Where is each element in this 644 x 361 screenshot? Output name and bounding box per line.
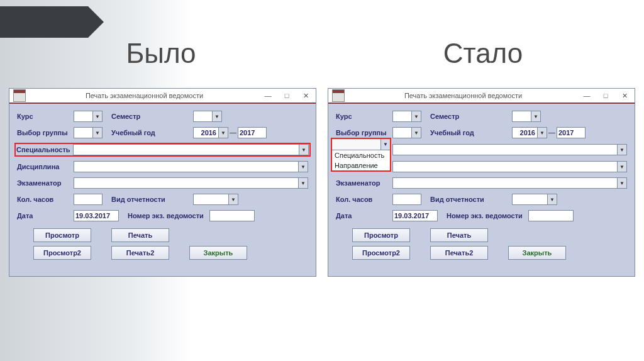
label-vid-otchetnosti: Вид отчетности	[111, 196, 193, 203]
label-vid-otchetnosti: Вид отчетности	[430, 196, 512, 203]
label-ekzamenator: Экзаменатор	[336, 179, 392, 187]
combo-semestr[interactable]: ▼	[512, 111, 541, 122]
combo-semestr[interactable]: ▼	[193, 111, 222, 122]
chevron-down-icon: ▼	[411, 128, 421, 138]
combo-spetsialnost[interactable]: ▼	[392, 144, 627, 155]
label-kurs: Курс	[17, 113, 74, 120]
app-icon	[13, 89, 26, 102]
headings: Было Стало	[0, 38, 644, 69]
label-data: Дата	[17, 212, 74, 219]
label-kurs: Курс	[336, 113, 392, 120]
titlebar: Печать экзаменационной ведомости — □ ✕	[328, 89, 635, 104]
button-pechat2[interactable]: Печать2	[430, 246, 488, 260]
input-data[interactable]: 19.03.2017	[74, 210, 119, 221]
combo-vid-otchetnosti[interactable]: ▼	[193, 194, 238, 205]
label-nomer-vedomosti: Номер экз. ведомости	[447, 212, 528, 219]
minimize-button[interactable]: —	[259, 90, 277, 101]
dropdown-item-spetsialnost[interactable]: Специальность	[332, 150, 390, 160]
button-pechat2[interactable]: Печать2	[111, 246, 169, 260]
dropdown-item-napravlenie[interactable]: Направление	[332, 160, 390, 170]
label-vybor-gruppy: Выбор группы	[336, 129, 392, 136]
label-data: Дата	[336, 212, 392, 219]
slide-accent-arrow	[0, 6, 88, 38]
window-title: Печать экзаменационной ведомости	[30, 92, 259, 99]
chevron-down-icon: ▼	[218, 128, 228, 138]
input-nomer-vedomosti[interactable]	[528, 210, 574, 221]
chevron-down-icon: ▼	[537, 128, 547, 138]
dash: —	[548, 129, 555, 136]
maximize-button[interactable]: □	[597, 90, 614, 101]
button-pechat[interactable]: Печать	[111, 228, 169, 242]
button-prosmotr[interactable]: Просмотр	[33, 228, 91, 242]
chevron-down-icon: ▼	[92, 111, 102, 121]
window-after: Печать экзаменационной ведомости — □ ✕ К…	[328, 88, 635, 277]
label-kol-chasov: Кол. часов	[17, 196, 74, 203]
button-prosmotr[interactable]: Просмотр	[352, 228, 410, 242]
heading-before: Было	[0, 38, 322, 69]
chevron-down-icon: ▼	[228, 194, 238, 204]
label-ekzamenator: Экзаменатор	[17, 179, 74, 187]
combo-kurs[interactable]: ▼	[74, 111, 103, 122]
chevron-down-icon: ▼	[380, 139, 390, 150]
combo-year-from[interactable]: 2016▼	[512, 127, 547, 138]
button-prosmotr2[interactable]: Просмотр2	[33, 246, 91, 260]
label-spetsialnost: Специальность	[16, 146, 73, 153]
combo-distsiplina[interactable]: ▼	[74, 161, 308, 172]
label-distsiplina: Дисциплина	[17, 163, 74, 170]
close-button[interactable]: ✕	[616, 90, 633, 101]
combo-vybor-gruppy[interactable]: ▼	[74, 127, 103, 138]
chevron-down-icon: ▼	[617, 145, 626, 155]
label-nomer-vedomosti: Номер экз. ведомости	[128, 212, 209, 219]
label-vybor-gruppy: Выбор группы	[17, 129, 74, 136]
maximize-button[interactable]: □	[278, 90, 296, 101]
chevron-down-icon: ▼	[92, 128, 102, 138]
label-semestr: Семестр	[111, 113, 193, 120]
label-uchebnyy-god: Учебный год	[430, 129, 512, 136]
input-year-to[interactable]: 2017	[557, 127, 586, 138]
chevron-down-icon: ▼	[298, 162, 308, 172]
close-button[interactable]: ✕	[297, 90, 314, 101]
input-year-to[interactable]: 2017	[238, 127, 267, 138]
dropdown-type-selector[interactable]: ▼ Специальность Направление	[331, 138, 391, 172]
chevron-down-icon: ▼	[299, 145, 308, 155]
label-semestr: Семестр	[430, 113, 512, 120]
minimize-button[interactable]: —	[578, 90, 596, 101]
label-kol-chasov: Кол. часов	[336, 196, 392, 203]
button-pechat[interactable]: Печать	[430, 228, 488, 242]
chevron-down-icon: ▼	[212, 111, 221, 121]
combo-spetsialnost[interactable]: ▼	[73, 144, 309, 155]
combo-ekzamenator[interactable]: ▼	[74, 177, 308, 189]
chevron-down-icon: ▼	[617, 162, 626, 172]
heading-after: Стало	[322, 38, 644, 69]
button-zakryt[interactable]: Закрыть	[508, 246, 566, 260]
combo-year-from[interactable]: 2016▼	[193, 127, 228, 138]
label-uchebnyy-god: Учебный год	[111, 129, 193, 136]
dash: —	[230, 129, 236, 136]
input-data[interactable]: 19.03.2017	[392, 210, 438, 221]
chevron-down-icon: ▼	[547, 194, 557, 204]
button-zakryt[interactable]: Закрыть	[189, 246, 247, 260]
combo-ekzamenator[interactable]: ▼	[392, 177, 627, 189]
chevron-down-icon: ▼	[298, 178, 308, 188]
chevron-down-icon: ▼	[411, 111, 421, 121]
button-prosmotr2[interactable]: Просмотр2	[352, 246, 410, 260]
combo-distsiplina[interactable]: ▼	[392, 161, 627, 172]
dropdown-combo-head[interactable]: ▼	[332, 139, 390, 150]
chevron-down-icon: ▼	[617, 178, 626, 188]
window-before: Печать экзаменационной ведомости — □ ✕ К…	[9, 88, 316, 277]
window-title: Печать экзаменационной ведомости	[348, 92, 578, 99]
input-nomer-vedomosti[interactable]	[209, 210, 255, 221]
chevron-down-icon: ▼	[531, 111, 540, 121]
input-kol-chasov[interactable]	[392, 194, 421, 205]
combo-vid-otchetnosti[interactable]: ▼	[512, 194, 557, 205]
combo-kurs[interactable]: ▼	[392, 111, 421, 122]
app-icon	[332, 89, 345, 102]
combo-vybor-gruppy[interactable]: ▼	[392, 127, 421, 138]
input-kol-chasov[interactable]	[74, 194, 103, 205]
titlebar: Печать экзаменационной ведомости — □ ✕	[9, 89, 316, 104]
